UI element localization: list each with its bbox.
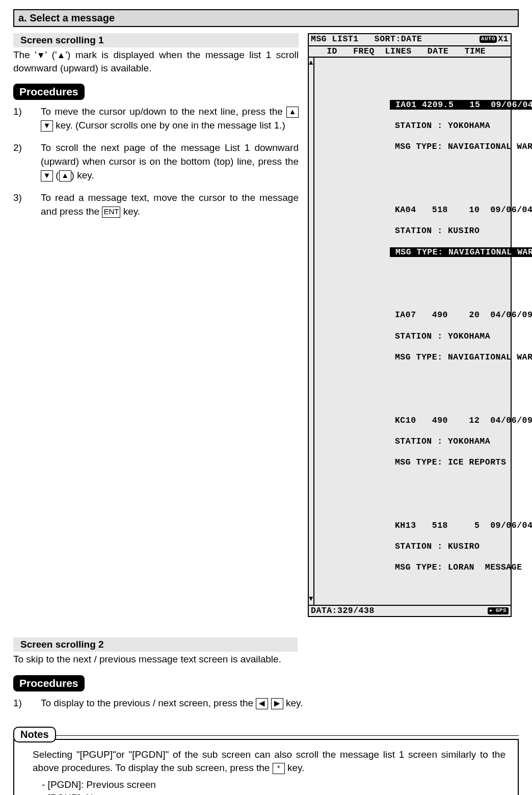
down-arrow-key-icon: ▼	[41, 120, 53, 132]
proc2-item-1-num: 1)	[13, 697, 34, 710]
notes-text-a: Selecting "[PGUP]"or "[PGDN]" of the sub…	[33, 749, 506, 774]
notes-list-item: [PGUP]: Next screen	[42, 791, 506, 795]
device-top-bar: MSG LIST1 SORT:DATE AUTO X1	[309, 34, 511, 46]
list-item-msgtype: MSG TYPE: NAVIGATIONAL WARNINGS	[390, 142, 532, 151]
procedures-label-2: Procedures	[13, 675, 85, 691]
notes-box: Notes Selecting "[PGUP]"or "[PGDN]" of t…	[13, 720, 519, 795]
scroll-down-icon: ▼	[309, 595, 313, 604]
proc1-item-1: 1) To meve the cursor up/down to the nex…	[13, 105, 299, 132]
up-arrow-key-icon: ▲	[59, 170, 71, 182]
proc1-item-2-text-a: To scroll the next page of the message L…	[41, 142, 299, 167]
intro-text-b: ' ('	[45, 49, 57, 60]
scroll-up-icon: ▲	[309, 59, 313, 68]
proc1-item-2-paren-close: ) key.	[71, 170, 94, 181]
screen-scrolling-1-title: Screen scrolling 1	[13, 33, 299, 47]
gps-badge-icon: GPS	[488, 607, 509, 614]
screen-scrolling-2-title: Screen scrolling 2	[13, 637, 298, 652]
proc1-item-2-num: 2)	[13, 141, 34, 155]
device-column-header: ID FREQ LINES DATE TIME	[309, 46, 511, 58]
device-data-count: DATA:329/438	[311, 606, 375, 617]
notes-list: [PGDN]: Previous screen [PGUP]: Next scr…	[42, 778, 506, 795]
device-scroll-arrows: ▲ ▼	[309, 58, 313, 605]
list-item: KH13 518 5 09/06/04 05:34 STATION : KUSI…	[315, 510, 532, 583]
procedures-label-1: Procedures	[13, 84, 85, 100]
proc1-item-3: 3) To read a message text, move the curs…	[13, 191, 299, 218]
down-mark-icon: ▼	[37, 51, 45, 60]
notes-label: Notes	[13, 727, 56, 742]
proc1-item-2: 2) To scroll the next page of the messag…	[13, 141, 299, 182]
proc1-item-3-text-a: To read a message text, move the cursor …	[41, 192, 299, 217]
scroll1-intro: The '▼' ('▲') mark is displayed when the…	[13, 48, 299, 74]
list-item: IA07 490 20 04/06/09 09:34 STATION : YOK…	[315, 300, 532, 373]
list-item: IA01 4209.5 15 09/06/04 12:34 STATION : …	[315, 89, 532, 163]
list-item-row: IA07 490 20 04/06/09 09:34	[390, 310, 532, 320]
procedures-list-1: 1) To meve the cursor up/down to the nex…	[13, 105, 299, 218]
list-item-row: IA01 4209.5 15 09/06/04 12:34	[390, 100, 532, 110]
list-item-row: KC10 490 12 04/06/09 05:34	[390, 416, 532, 425]
list-item-station: STATION : YOKOHAMA	[390, 437, 491, 446]
ent-key-icon: ENT	[102, 207, 120, 218]
device-title: MSG LIST1 SORT:DATE	[311, 34, 422, 45]
left-arrow-key-icon: ◀	[256, 698, 268, 709]
notes-body: Selecting "[PGUP]"or "[PGDN]" of the sub…	[13, 739, 519, 795]
list-item: KC10 490 12 04/06/09 05:34 STATION : YOK…	[315, 405, 532, 478]
list-item-station: STATION : YOKOHAMA	[390, 331, 491, 341]
proc2-item-1-text-a: To display to the previous / next screen…	[41, 698, 256, 708]
section-header: a. Select a message	[13, 9, 519, 27]
list-item: KA04 518 10 09/06/04 10:34 STATION : KUS…	[315, 194, 532, 268]
device-top-right: X1	[498, 34, 509, 45]
proc1-item-3-num: 3)	[13, 191, 34, 205]
proc1-item-1-num: 1)	[13, 105, 34, 119]
up-mark-icon: ▲	[57, 51, 66, 60]
star-key-icon: *	[273, 763, 285, 774]
list-item-msgtype: MSG TYPE: LORAN MESSAGE	[390, 562, 522, 572]
device-data-bar: DATA:329/438 GPS	[309, 605, 511, 617]
list-item-row: KH13 518 5 09/06/04 05:34	[390, 521, 532, 530]
scroll2-intro: To skip to the next / previous message t…	[13, 653, 519, 666]
proc1-item-1-text-a: To meve the cursor up/down to the next l…	[41, 106, 286, 117]
list-item-station: STATION : YOKOHAMA	[390, 121, 491, 131]
proc1-item-3-text-b: key.	[123, 206, 140, 217]
list-item-row: KA04 518 10 09/06/04 10:34	[390, 205, 532, 215]
proc2-item-1-text-b: key.	[286, 698, 303, 708]
proc2-item-1: 1) To display to the previous / next scr…	[13, 697, 519, 710]
list-item-msgtype: MSG TYPE: NAVIGATIONAL WARNINGS	[390, 352, 532, 362]
auto-badge-icon: AUTO	[480, 36, 497, 43]
list-item-station: STATION : KUSIRO	[390, 226, 480, 236]
down-arrow-key-icon: ▼	[41, 170, 53, 182]
right-arrow-key-icon: ▶	[271, 698, 283, 709]
notes-text-b: key.	[285, 762, 305, 773]
procedures-list-2: 1) To display to the previous / next scr…	[13, 697, 519, 710]
proc1-item-2-paren-open: (	[53, 170, 59, 181]
list-item-station: STATION : KUSIRO	[390, 542, 480, 551]
proc1-item-1-text-b: key. (Cursor scrolls one by one in the m…	[56, 120, 285, 131]
device-list: IA01 4209.5 15 09/06/04 12:34 STATION : …	[313, 58, 532, 605]
up-arrow-key-icon: ▲	[286, 107, 299, 118]
device-screen: MSG LIST1 SORT:DATE AUTO X1 ID FREQ LINE…	[308, 33, 512, 617]
list-item-msgtype: MSG TYPE: ICE REPORTS	[390, 457, 507, 467]
intro-text-a: The '	[13, 49, 37, 60]
list-item-msgtype: MSG TYPE: NAVIGATIONAL WARNINGS	[390, 247, 532, 257]
notes-list-item: [PGDN]: Previous screen	[42, 778, 506, 792]
